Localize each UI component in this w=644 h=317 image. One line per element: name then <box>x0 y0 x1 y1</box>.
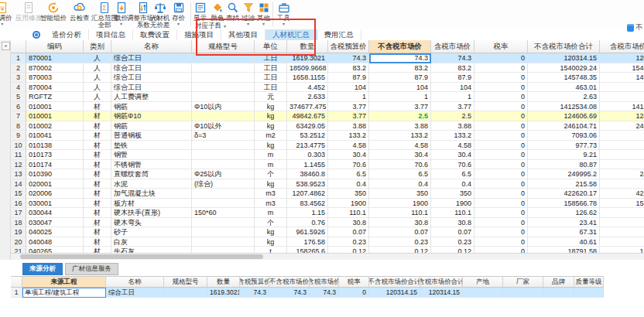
cell-total_ex[interactable]: 215.58 <box>528 179 600 189</box>
cell-unit[interactable]: 工日 <box>255 63 287 73</box>
cell-project[interactable]: 单项工程/建筑工程 <box>22 288 106 298</box>
cell-spec[interactable] <box>192 150 255 160</box>
cell-num[interactable]: 5 <box>11 92 26 102</box>
cell-budget[interactable]: 4.58 <box>328 141 369 151</box>
cell-factory[interactable] <box>503 288 543 298</box>
cell-name[interactable]: 钢管 <box>111 150 192 160</box>
toolbar-button-cloud-check[interactable]: 云检查 <box>70 1 90 22</box>
column-header-market_in[interactable]: 含税市场价 <box>310 277 339 287</box>
cell-code[interactable]: 010390 <box>26 169 84 179</box>
tab-来源分析[interactable]: 来源分析 <box>22 263 63 275</box>
cell-code[interactable]: 010138 <box>26 141 84 151</box>
cell-num[interactable]: 1 <box>11 288 22 298</box>
cell-rate[interactable]: 0 <box>474 63 528 73</box>
cell-total_ex[interactable]: 2.63 <box>528 92 600 102</box>
cell-total_ex[interactable]: 9.21 <box>528 150 600 160</box>
cell-cat[interactable]: 材 <box>84 102 111 112</box>
toolbar-button-no-price-diff[interactable]: 人材机无价差▾ <box>150 1 170 33</box>
cell-total_in[interactable]: 249995.2 <box>600 169 644 179</box>
cell-unit[interactable]: kg <box>255 121 287 131</box>
column-header-unit[interactable]: 单位 <box>255 40 287 53</box>
column-header-grade[interactable]: 质量等级 <box>574 277 604 287</box>
cell-qty[interactable]: 1207.4862 <box>287 189 328 199</box>
tab-造价分析[interactable]: 造价分析 <box>45 29 89 40</box>
table-row[interactable]: 11010173材钢管m0.30330.430.430.409.219.21 <box>11 150 644 160</box>
cell-total_in[interactable]: 126.62 <box>600 208 644 218</box>
cell-qty[interactable]: 176.58 <box>287 237 328 247</box>
cell-budget[interactable]: 104 <box>328 83 369 93</box>
cell-num[interactable]: 13 <box>11 169 26 179</box>
column-header-qty[interactable]: 数量 <box>207 277 240 287</box>
cell-budget[interactable]: 3.77 <box>328 102 369 112</box>
cell-name[interactable]: 综合工日 <box>111 83 192 93</box>
cell-total_ex[interactable]: 158566.78 <box>528 199 600 209</box>
cell-code[interactable]: RGFTZ <box>26 92 84 102</box>
cell-market_ex[interactable]: 0.23 <box>369 237 431 247</box>
cell-code[interactable]: 870003 <box>26 73 84 83</box>
cell-market_in[interactable]: 104 <box>431 83 474 93</box>
cell-code[interactable]: 010001 <box>26 102 84 112</box>
cell-total_ex[interactable]: 145748.35 <box>528 73 600 83</box>
toolbar-button-filter[interactable]: 过滤▾ <box>242 1 255 26</box>
cell-market_in[interactable]: 1 <box>431 92 474 102</box>
cell-num[interactable]: 8 <box>11 121 26 131</box>
table-row[interactable]: 19040025材砂子kg961.59260.070.070.07067.316… <box>11 227 644 237</box>
cell-spec[interactable] <box>192 73 255 83</box>
cell-qty[interactable]: 83.4562 <box>287 199 328 209</box>
toolbar-button-search[interactable]: 查找 <box>226 1 239 22</box>
cell-name[interactable]: 不锈钢管 <box>111 160 192 170</box>
cell-market_ex[interactable]: 0.12 <box>369 247 431 253</box>
cell-qty[interactable]: 49842.675 <box>287 111 328 121</box>
cell-spec[interactable]: 150*60 <box>192 208 255 218</box>
tab-措施项目[interactable]: 措施项目 <box>177 29 221 40</box>
cell-name[interactable]: 生石灰 <box>111 247 192 253</box>
cell-market_ex[interactable]: 87.9 <box>369 73 431 83</box>
column-header-rate[interactable]: 税率 <box>339 277 369 287</box>
cell-rate[interactable]: 0 <box>339 288 369 298</box>
cell-name[interactable]: 综合工日 <box>111 73 192 83</box>
cell-market_in[interactable]: 30.4 <box>431 150 474 160</box>
toolbar-button-load-price[interactable]: 载价▾ <box>115 1 128 26</box>
cell-rate[interactable]: 0 <box>474 150 528 160</box>
cell-spec[interactable] <box>192 227 255 237</box>
row-number-header[interactable] <box>11 40 26 53</box>
cell-market_ex[interactable]: 1 <box>369 92 431 102</box>
cell-qty[interactable]: 1.1455 <box>287 160 328 170</box>
cell-market_in[interactable]: 83.2 <box>431 63 474 73</box>
cell-market_ex[interactable]: 1900 <box>369 199 431 209</box>
cell-num[interactable]: 14 <box>11 179 26 189</box>
column-header-origin[interactable]: 产地 <box>463 277 503 287</box>
cell-total_ex[interactable]: 120314.15 <box>369 288 420 298</box>
cell-unit[interactable]: kg <box>255 111 287 121</box>
column-header-total_ex[interactable]: 不含税市场价合计 <box>369 277 420 287</box>
cell-total_ex[interactable]: 40.61 <box>528 237 600 247</box>
table-row[interactable]: 13010390材直螺纹套筒Φ25以内个38460.86.56.56.50249… <box>11 169 644 179</box>
cell-code[interactable]: 030001 <box>26 199 84 209</box>
column-header-spec[interactable]: 规格型号 <box>192 40 255 53</box>
cell-total_in[interactable]: 9.21 <box>600 150 644 160</box>
cell-budget[interactable]: 30.8 <box>328 218 369 228</box>
toolbar-button-summary-scope[interactable]: Σ汇总范围全部 <box>91 1 118 29</box>
cell-market_in[interactable]: 70.6 <box>431 160 474 170</box>
cell-spec[interactable] <box>192 92 255 102</box>
table-row[interactable]: 3870003人综合工日工日1658.115587.987.987.901457… <box>11 73 644 83</box>
cell-total_ex[interactable]: 67.31 <box>528 227 600 237</box>
cell-cat[interactable]: 材 <box>84 121 111 131</box>
cell-market_ex[interactable]: 30.8 <box>369 218 431 228</box>
cell-market_in[interactable]: 74.3 <box>431 53 474 63</box>
cell-market_ex[interactable]: 110.1 <box>369 208 431 218</box>
cell-qty[interactable]: 63429.05 <box>287 121 328 131</box>
cell-qty[interactable]: 0.303 <box>287 150 328 160</box>
scrollbar-thumb[interactable] <box>20 254 263 259</box>
toolbar-button-smart-pricing[interactable]: 智能组价 <box>40 1 67 22</box>
cell-total_ex[interactable]: 23.41 <box>528 218 600 228</box>
cell-unit[interactable]: m <box>255 208 287 218</box>
column-header-budget[interactable]: 含税预算价 <box>328 40 369 53</box>
cell-market_ex[interactable]: 104 <box>369 83 431 93</box>
cell-spec[interactable] <box>192 199 255 209</box>
table-row[interactable]: 16030001材板方材m383.45621900190019000158566… <box>11 199 644 209</box>
cell-unit[interactable]: m3 <box>255 189 287 199</box>
cell-rate[interactable]: 0 <box>474 131 528 141</box>
cell-total_in[interactable]: 158566.78 <box>600 199 644 209</box>
cell-code[interactable]: 010002 <box>26 121 84 131</box>
